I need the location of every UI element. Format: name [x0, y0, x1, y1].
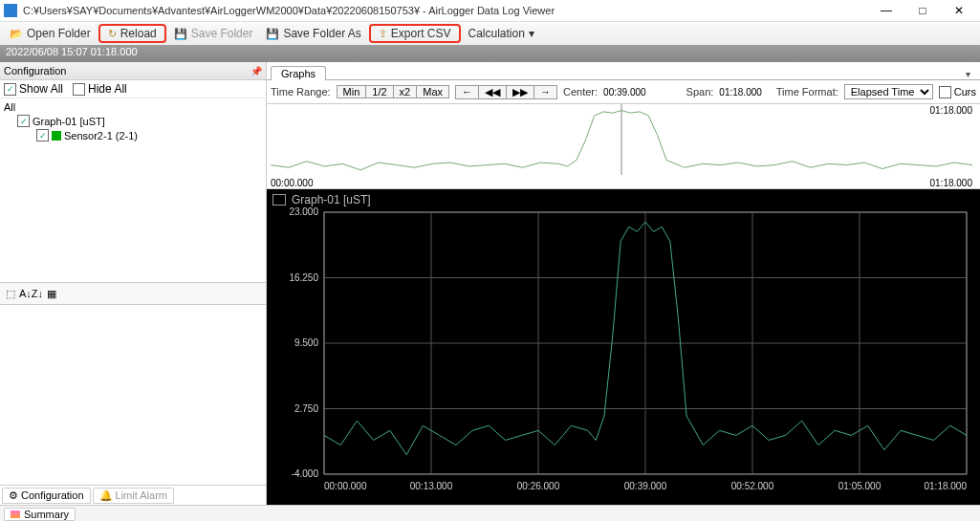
reload-highlight: ↻Reload: [98, 24, 166, 43]
left-bottom-tabs: ⚙ Configuration 🔔 Limit Alarm: [0, 485, 266, 505]
config-tree[interactable]: All ✓ Graph-01 [uST] ✓ Sensor2-1 (2-1): [0, 98, 266, 282]
svg-text:00:00.000: 00:00.000: [271, 178, 314, 188]
right-pane: Graphs ▾ Time Range: Min 1/2 x2 Max ← ◀◀…: [267, 62, 980, 505]
sensor-color-swatch: [52, 131, 61, 141]
svg-text:01:18.000: 01:18.000: [930, 178, 973, 188]
reload-icon: ↻: [108, 28, 117, 40]
pin-icon[interactable]: 📌: [250, 66, 262, 76]
svg-text:01:18.000: 01:18.000: [930, 105, 973, 116]
summary-icon: [11, 510, 20, 518]
reload-button[interactable]: ↻Reload: [102, 26, 163, 41]
tab-limit-alarm[interactable]: 🔔 Limit Alarm: [93, 488, 174, 504]
window-title: C:¥Users¥SAY¥Documents¥Advantest¥AirLogg…: [23, 5, 869, 16]
cursor-checkbox[interactable]: Curs: [939, 86, 976, 98]
nav-stepfwd-button[interactable]: ▶▶: [507, 86, 534, 98]
left-tools: ⬚ A↓Z↓ ▦: [0, 282, 266, 305]
save-folder-button: 💾Save Folder: [168, 26, 259, 41]
grid-button[interactable]: ▦: [47, 288, 56, 300]
main-chart[interactable]: Graph-01 [uST] -4.0002.7509.50016.25023.…: [267, 189, 980, 505]
tab-configuration[interactable]: ⚙ Configuration: [2, 488, 91, 504]
tabs-dropdown[interactable]: ▾: [960, 69, 976, 79]
nav-first-button[interactable]: ←: [456, 86, 479, 98]
sort-az-button[interactable]: A↓Z↓: [19, 288, 43, 299]
svg-text:00:13.000: 00:13.000: [410, 481, 453, 491]
svg-text:00:39.000: 00:39.000: [624, 481, 667, 491]
center-value: 00:39.000: [603, 87, 646, 98]
export-highlight: ⇪Export CSV: [369, 24, 461, 43]
tree-sensor[interactable]: ✓ Sensor2-1 (2-1): [4, 128, 262, 142]
svg-text:16.250: 16.250: [289, 272, 318, 283]
app-icon: [4, 4, 17, 17]
time-range-label: Time Range:: [271, 86, 331, 98]
export-csv-button[interactable]: ⇪Export CSV: [373, 26, 457, 41]
chevron-down-icon: ▾: [529, 27, 534, 40]
save-as-icon: 💾: [266, 28, 279, 40]
svg-text:01:18.000: 01:18.000: [925, 481, 968, 491]
left-pane: Configuration 📌 ✓Show All Hide All All ✓…: [0, 62, 267, 505]
range-x2-button[interactable]: x2: [394, 86, 418, 98]
range-half-button[interactable]: 1/2: [366, 86, 393, 98]
alarm-icon: 🔔: [99, 489, 113, 501]
graph-controls: Time Range: Min 1/2 x2 Max ← ◀◀ ▶▶ → Cen…: [267, 80, 980, 104]
gear-icon: ⚙: [9, 489, 18, 501]
calculation-menu[interactable]: Calculation ▾: [463, 26, 540, 41]
tab-summary[interactable]: Summary: [4, 508, 76, 521]
open-folder-button[interactable]: 📂Open Folder: [4, 26, 97, 41]
chart-title: Graph-01 [uST]: [292, 193, 371, 206]
minimize-button[interactable]: —: [869, 1, 904, 20]
time-format-label: Time Format:: [776, 86, 838, 98]
svg-text:9.500: 9.500: [294, 337, 318, 348]
svg-text:-4.000: -4.000: [292, 468, 319, 479]
svg-text:23.000: 23.000: [289, 206, 318, 217]
main-toolbar: 📂Open Folder ↻Reload 💾Save Folder 💾Save …: [0, 22, 980, 45]
tree-root[interactable]: All: [4, 100, 262, 114]
tab-graphs[interactable]: Graphs: [271, 66, 326, 80]
show-all-checkbox[interactable]: ✓Show All: [4, 82, 63, 96]
time-format-select[interactable]: Elapsed Time: [844, 84, 933, 99]
sort-button[interactable]: ⬚: [6, 288, 15, 300]
date-bar: 2022/06/08 15:07 01:18.000: [0, 45, 980, 62]
configuration-header: Configuration 📌: [0, 62, 266, 80]
svg-rect-5: [267, 189, 976, 495]
span-value: 01:18.000: [719, 87, 762, 98]
overview-chart[interactable]: 00:00.00001:18.00001:18.000: [267, 104, 980, 189]
svg-text:00:52.000: 00:52.000: [731, 481, 774, 491]
span-label: Span:: [686, 86, 714, 98]
nav-stepback-button[interactable]: ◀◀: [479, 86, 507, 98]
svg-text:01:05.000: 01:05.000: [838, 481, 882, 491]
svg-text:2.750: 2.750: [294, 403, 318, 414]
close-button[interactable]: ✕: [942, 1, 976, 20]
export-icon: ⇪: [379, 28, 387, 40]
save-folder-as-button[interactable]: 💾Save Folder As: [260, 26, 366, 41]
svg-text:00:26.000: 00:26.000: [517, 481, 560, 491]
maximize-button[interactable]: □: [905, 1, 940, 20]
range-min-button[interactable]: Min: [338, 86, 367, 98]
save-icon: 💾: [174, 28, 187, 40]
hide-all-checkbox[interactable]: Hide All: [73, 82, 127, 96]
tree-graph[interactable]: ✓ Graph-01 [uST]: [4, 114, 262, 128]
chart-icon: [272, 194, 286, 206]
svg-text:00:00.000: 00:00.000: [324, 481, 367, 491]
nav-last-button[interactable]: →: [534, 86, 556, 98]
center-label: Center:: [563, 86, 598, 98]
folder-open-icon: 📂: [10, 28, 23, 40]
range-max-button[interactable]: Max: [417, 86, 448, 98]
